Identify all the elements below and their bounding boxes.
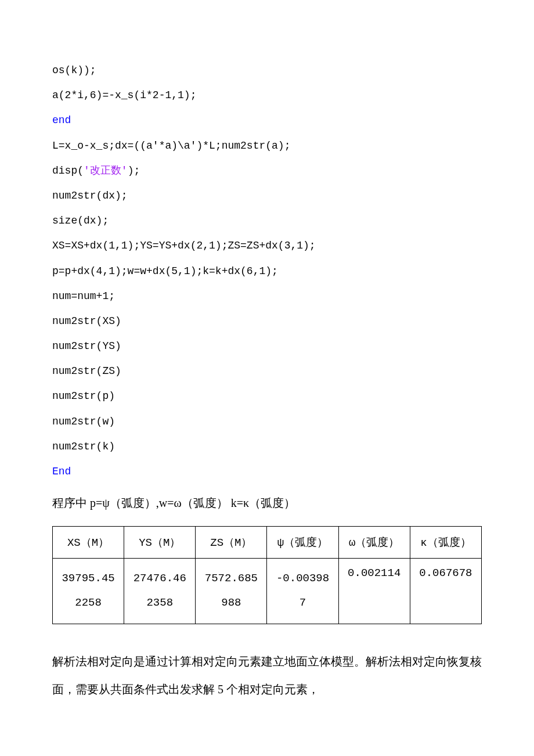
code-line: num2str(k) <box>52 434 482 459</box>
code-line: num2str(ZS) <box>52 359 482 384</box>
code-line: size(dx); <box>52 208 482 233</box>
col-omega: ω（弧度） <box>338 527 410 559</box>
code-line: L=x_o-x_s;dx=((a'*a)\a')*L;num2str(a); <box>52 134 482 159</box>
document-page: os(k)); a(2*i,6)=-x_s(i*2-1,1); end L=x_… <box>0 0 534 738</box>
cell-omega: 0.002114 <box>338 559 410 624</box>
code-keyword-end: end <box>52 108 482 133</box>
code-line: disp('改正数'); <box>52 159 482 183</box>
code-line: num2str(dx); <box>52 183 482 208</box>
cell-xs: 39795.45 2258 <box>53 559 124 624</box>
code-line: XS=XS+dx(1,1);YS=YS+dx(2,1);ZS=ZS+dx(3,1… <box>52 233 482 258</box>
results-table: XS（M） YS（M） ZS（M） ψ（弧度） ω（弧度） κ（弧度） 3979… <box>52 526 482 624</box>
code-text: ); <box>128 165 140 177</box>
cell-zs: 7572.685 988 <box>196 559 267 624</box>
code-line: num2str(XS) <box>52 309 482 334</box>
col-psi: ψ（弧度） <box>267 527 338 559</box>
table-header-row: XS（M） YS（M） ZS（M） ψ（弧度） ω（弧度） κ（弧度） <box>53 527 482 559</box>
cell-ys: 27476.46 2358 <box>124 559 196 624</box>
cell-kappa: 0.067678 <box>410 559 481 624</box>
code-line: num2str(YS) <box>52 334 482 359</box>
col-kappa: κ（弧度） <box>410 527 481 559</box>
code-keyword-end: End <box>52 459 482 484</box>
code-line: num2str(p) <box>52 384 482 409</box>
code-string: '改正数' <box>84 165 128 177</box>
col-ys: YS（M） <box>124 527 196 559</box>
code-block: os(k)); a(2*i,6)=-x_s(i*2-1,1); end L=x_… <box>52 58 482 484</box>
code-text: disp( <box>52 165 84 177</box>
col-xs: XS（M） <box>53 527 124 559</box>
body-paragraph: 解析法相对定向是通过计算相对定向元素建立地面立体模型。解析法相对定向恢复核面，需… <box>52 647 482 703</box>
cell-psi: -0.00398 7 <box>267 559 338 624</box>
code-line: os(k)); <box>52 58 482 83</box>
code-line: num2str(w) <box>52 409 482 434</box>
col-zs: ZS（M） <box>196 527 267 559</box>
code-line: num=num+1; <box>52 284 482 309</box>
code-line: a(2*i,6)=-x_s(i*2-1,1); <box>52 83 482 108</box>
caption-text: 程序中 p=ψ（弧度）,w=ω（弧度） k=κ（弧度） <box>52 490 482 516</box>
table-row: 39795.45 2258 27476.46 2358 7572.685 988… <box>53 559 482 624</box>
code-line: p=p+dx(4,1);w=w+dx(5,1);k=k+dx(6,1); <box>52 259 482 284</box>
